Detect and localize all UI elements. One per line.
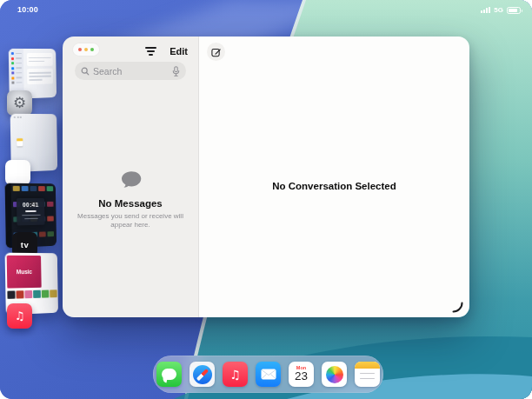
- notes-icon: [5, 160, 30, 185]
- status-time: 10:00: [17, 5, 38, 14]
- dock-messages-icon[interactable]: [156, 362, 182, 387]
- battery-icon: [507, 7, 521, 14]
- no-messages-subtitle: Messages you send or receive will appear…: [77, 212, 183, 230]
- edit-button[interactable]: Edit: [170, 46, 188, 57]
- tv-screen-time: 00:41: [23, 202, 39, 208]
- window-controls[interactable]: [73, 43, 99, 56]
- dock-notes-icon[interactable]: [355, 362, 380, 387]
- dock-safari-icon[interactable]: [190, 362, 215, 387]
- no-messages-title: No Messages: [63, 198, 198, 209]
- apple-tv-badge-label: tv: [21, 240, 29, 249]
- dock-music-icon[interactable]: [223, 362, 248, 387]
- ipad-screen: 10:00 5G: [0, 0, 532, 399]
- search-placeholder: Search: [93, 66, 169, 76]
- no-messages-empty-state: No Messages Messages you send or receive…: [63, 170, 198, 230]
- safari-compass-icon: [193, 365, 212, 384]
- dock-calendar-icon[interactable]: Mon 23: [289, 362, 314, 387]
- filter-icon[interactable]: [143, 45, 158, 57]
- photos-flower-icon: [326, 366, 343, 383]
- no-conversation-title: No Conversation Selected: [199, 181, 469, 191]
- status-icons: 5G: [481, 6, 521, 14]
- dock-photos-icon[interactable]: [322, 362, 347, 387]
- close-window-dot: [78, 48, 83, 52]
- window-resize-handle[interactable]: [452, 302, 463, 313]
- calendar-day: 23: [295, 370, 308, 383]
- music-header-title: Music: [17, 269, 32, 275]
- dock-mail-icon[interactable]: [256, 362, 281, 387]
- messages-bubble-icon: [162, 369, 176, 381]
- minimize-window-dot: [84, 48, 89, 52]
- music-note-icon: [7, 303, 32, 329]
- mail-envelope-icon: [261, 369, 276, 380]
- music-note-icon: [229, 367, 241, 382]
- messages-window: Edit Search No Messages Messages you sen…: [63, 37, 469, 317]
- network-type-label: 5G: [494, 6, 503, 14]
- notes-icon: [355, 362, 380, 369]
- messages-conversation-pane: No Conversation Selected: [199, 37, 469, 317]
- messages-sidebar: Edit Search No Messages Messages you sen…: [63, 37, 199, 317]
- dictation-mic-icon[interactable]: [172, 66, 180, 76]
- compose-button[interactable]: [207, 43, 225, 61]
- chat-bubble-icon: [120, 170, 142, 189]
- search-input[interactable]: Search: [75, 62, 186, 80]
- cellular-signal-icon: [481, 7, 490, 14]
- dock: Mon 23: [153, 356, 383, 393]
- compose-icon: [211, 47, 222, 57]
- search-icon: [81, 67, 90, 76]
- zoom-window-dot: [90, 48, 95, 52]
- settings-gear-icon: [7, 90, 32, 116]
